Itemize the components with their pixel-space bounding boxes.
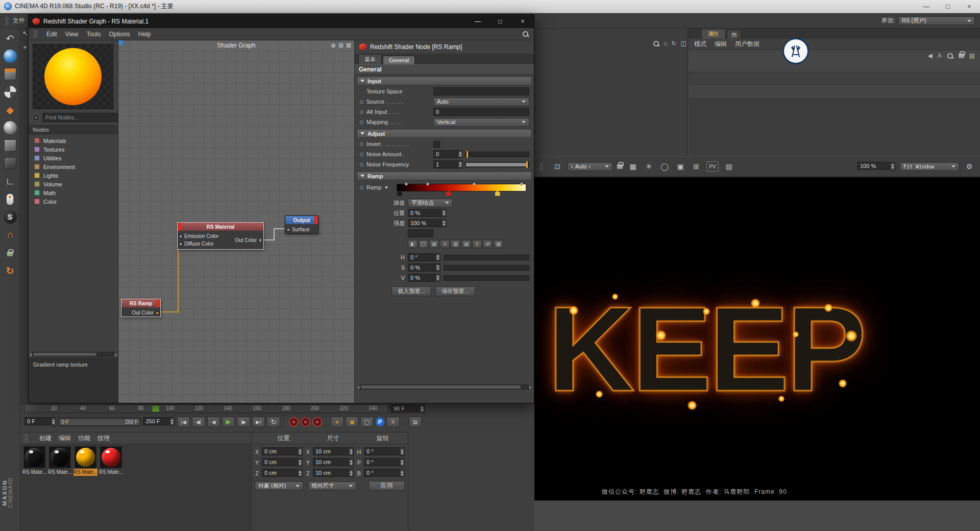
noise-amount-slider[interactable] <box>465 152 529 157</box>
refresh-icon[interactable]: ↻ <box>671 40 676 47</box>
rs-material-node[interactable]: RS Material Emission Color Diffuse Color… <box>177 222 264 250</box>
surface-input-port[interactable] <box>287 228 290 231</box>
material-item[interactable]: RS Mate... <box>99 446 123 476</box>
shader-maximize-button[interactable]: □ <box>489 15 511 28</box>
magnet-tool-icon[interactable]: ∩ <box>3 227 18 243</box>
material-item[interactable]: RS Mate... <box>48 446 72 476</box>
attr-menu-userdata[interactable]: 用户数据 <box>735 40 760 49</box>
lock-icon[interactable] <box>617 164 623 169</box>
globe-icon[interactable] <box>3 49 18 64</box>
cube3-tool-icon[interactable] <box>3 156 18 171</box>
play-button[interactable]: ▶ <box>222 417 235 427</box>
mat-menu-texture[interactable]: 纹理 <box>97 434 110 443</box>
tab-general[interactable]: General <box>383 56 415 64</box>
inspector-hscrollbar[interactable]: ◂▸ <box>357 384 531 390</box>
shader-window-titlebar[interactable]: Redshift Shader Graph - RS Material.1 — … <box>29 15 534 28</box>
noise-amount-spinner[interactable]: 0 <box>433 150 463 158</box>
sphere-tool-icon[interactable] <box>3 120 18 135</box>
find-nodes-input[interactable] <box>42 113 121 122</box>
start-frame-spinner[interactable]: 0 F <box>24 417 56 426</box>
saturation-spinner[interactable]: 0 % <box>408 263 440 272</box>
lock-icon[interactable] <box>959 54 964 58</box>
zoom-icon[interactable] <box>947 53 953 59</box>
material-grip[interactable] <box>24 435 28 442</box>
record-autokey-button[interactable] <box>301 417 310 427</box>
ramp-output-port[interactable] <box>156 311 159 315</box>
cursor-tool-icon[interactable]: ↖ <box>22 30 28 37</box>
anim-dot[interactable] <box>360 100 363 104</box>
circle-tool-icon[interactable]: ◯ <box>659 161 670 172</box>
ramp-gradient[interactable] <box>397 184 526 191</box>
ramp-tool-button[interactable]: A <box>440 240 450 248</box>
list-icon[interactable]: ▤ <box>969 52 975 59</box>
noise-frequency-slider[interactable] <box>465 162 529 167</box>
outcolor-output-port[interactable] <box>259 238 262 242</box>
ramp-midpoint[interactable] <box>520 182 524 185</box>
next-key-button[interactable]: |▶ <box>237 417 250 427</box>
saturation-slider[interactable] <box>444 265 529 271</box>
rotate-tool-icon[interactable]: ↻ <box>3 263 18 278</box>
ramp-tool-button[interactable]: ▨ <box>494 240 503 248</box>
pin-tool-icon[interactable]: + <box>23 44 27 51</box>
category-environment[interactable]: Environment <box>29 162 118 171</box>
interface-dropdown[interactable]: RS (用户) <box>898 16 975 25</box>
lock-tool-icon[interactable] <box>3 245 18 260</box>
load-preset-button[interactable]: 载入预置... <box>391 286 431 296</box>
ruler-tool-icon[interactable]: ∟ <box>3 174 18 189</box>
category-math[interactable]: Math <box>29 188 118 197</box>
mat-menu-edit[interactable]: 编辑 <box>59 434 71 443</box>
category-utilities[interactable]: Utilities <box>29 154 118 162</box>
apply-button[interactable]: 应用 <box>369 481 405 491</box>
shader-close-button[interactable]: × <box>511 15 534 28</box>
ramp-tool-button[interactable]: ▯ <box>472 240 482 248</box>
material-item-selected[interactable]: RS Mate... <box>74 446 97 476</box>
copy-image-icon[interactable]: ▤ <box>723 161 734 172</box>
diffuse-input-port[interactable] <box>179 243 182 246</box>
circle-mode-button[interactable]: ◯ <box>360 417 373 427</box>
collapse-icon[interactable]: ◀ <box>927 52 932 59</box>
clear-search-icon[interactable]: × <box>33 114 40 121</box>
mapping-dropdown[interactable]: Vertical <box>433 118 529 127</box>
gear-icon[interactable]: ⚙ <box>964 161 975 172</box>
ramp-tool-button[interactable]: ◧ <box>408 240 418 248</box>
tab-basic[interactable]: 基本 <box>358 54 382 64</box>
loop-button[interactable]: ↻ <box>267 417 280 427</box>
undo-icon[interactable]: ↶ <box>3 31 18 46</box>
library-hscrollbar[interactable]: ◂▸ <box>30 351 117 357</box>
parameter-mode-button[interactable]: P <box>376 417 385 426</box>
anim-dot[interactable] <box>360 186 363 189</box>
shader-minimize-button[interactable]: — <box>467 15 489 28</box>
move-mode-button[interactable]: + <box>331 417 344 427</box>
invert-checkbox[interactable] <box>433 141 440 148</box>
texture-space-input[interactable] <box>433 87 529 95</box>
ramp-tool-button[interactable]: ▧ <box>429 240 439 248</box>
interpolation-dropdown[interactable]: 平滑结点 <box>408 199 453 207</box>
anim-dot[interactable] <box>360 163 363 166</box>
record-selection-button[interactable] <box>312 417 322 427</box>
main-minimize-button[interactable]: — <box>916 0 937 13</box>
knot-position-spinner[interactable]: 0 % <box>408 209 447 217</box>
end-frame-spinner[interactable]: 250 F <box>143 417 175 426</box>
render-region-dropdown[interactable]: ‹ Auto › <box>568 162 612 171</box>
group-input[interactable]: Input <box>357 77 532 85</box>
cube2-tool-icon[interactable] <box>3 138 18 153</box>
rotation-p-spinner[interactable]: 0 ° <box>364 458 405 467</box>
search-icon[interactable] <box>522 31 529 37</box>
grid-icon[interactable]: ▦ <box>627 161 639 172</box>
shader-graph-canvas[interactable]: Shader Graph ⊕ ⊞ ⊠ RS Material Emission … <box>118 40 354 403</box>
shader-menu-options[interactable]: Options <box>109 31 130 38</box>
position-x-spinner[interactable]: 0 cm <box>262 447 303 456</box>
snowflake-icon[interactable]: ✳ <box>643 161 654 172</box>
size-z-spinner[interactable]: 10 cm <box>313 469 354 477</box>
anim-dot[interactable] <box>360 153 363 156</box>
shader-menu-help[interactable]: Help <box>138 31 151 38</box>
tab-attributes[interactable]: 属性 <box>701 29 726 39</box>
search-icon[interactable] <box>653 40 659 47</box>
group-ramp[interactable]: Ramp <box>357 172 532 180</box>
checker-sphere-icon[interactable] <box>3 84 18 100</box>
value-slider[interactable] <box>444 275 529 281</box>
coordinate-mode-dropdown[interactable]: 对象 (相对) <box>255 481 303 490</box>
timeline-ruler[interactable]: 20 40 60 80 100 120 140 160 180 200 220 … <box>24 404 388 413</box>
ramp-knot[interactable] <box>397 191 402 196</box>
image-icon[interactable]: ▣ <box>675 161 686 172</box>
